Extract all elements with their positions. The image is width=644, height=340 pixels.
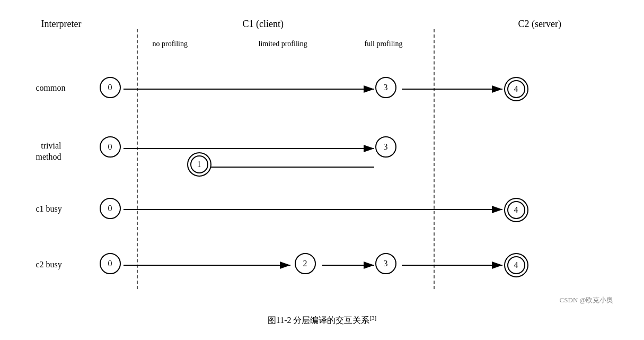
common-label: common — [36, 83, 66, 93]
common-circle-3: 3 — [375, 77, 396, 98]
trivial-label: trivialmethod — [36, 141, 61, 163]
c2busy-circle-4: 4 — [504, 253, 528, 277]
c2busy-label: c2 busy — [36, 260, 62, 269]
c2busy-circle-0: 0 — [100, 253, 121, 274]
c2busy-circle-3: 3 — [375, 253, 396, 274]
trivial-circle-0: 0 — [100, 136, 121, 158]
trivial-circle-1: 1 — [187, 152, 211, 177]
watermark: CSDN @欧克小奥 — [560, 295, 614, 305]
c1busy-circle-0: 0 — [100, 198, 121, 219]
common-circle-4: 4 — [504, 77, 528, 101]
trivial-circle-3: 3 — [375, 136, 396, 158]
c1busy-circle-4: 4 — [504, 198, 528, 222]
diagram: Interpreter C1 (client) C2 (server) no p… — [31, 13, 614, 310]
common-circle-0: 0 — [100, 77, 121, 98]
c1busy-label: c1 busy — [36, 204, 62, 214]
c2busy-circle-2: 2 — [295, 253, 316, 274]
figure-caption: 图11-2 分层编译的交互关系[3] — [268, 315, 377, 326]
